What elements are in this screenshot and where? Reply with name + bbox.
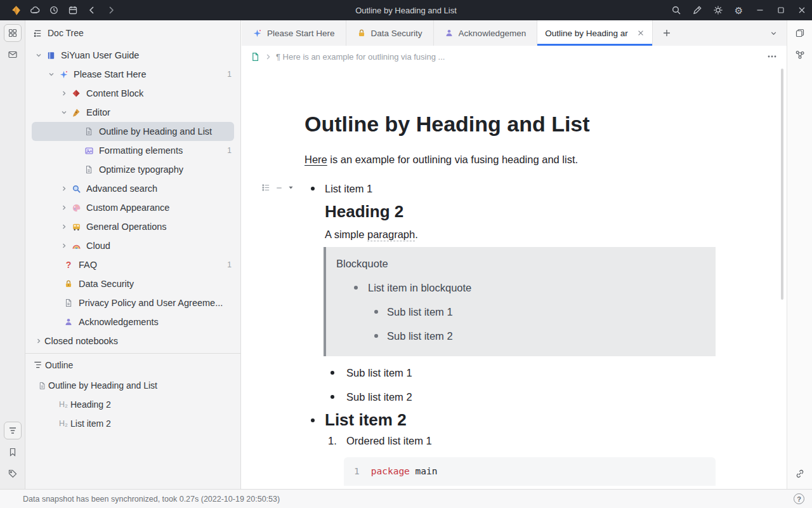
outline-item-heading2[interactable]: H₂ Heading 2 [25,395,240,414]
close-icon[interactable] [791,0,812,20]
heading-2[interactable]: Heading 2 [325,204,716,219]
collapse-caret-icon[interactable] [287,184,294,191]
help-button[interactable]: ? [794,493,804,504]
list-type-icon[interactable] [261,183,271,192]
breadcrumb-segment[interactable]: ¶ Here is an example for outlining via f… [276,52,445,62]
doc-title[interactable]: Outline by Heading and List [304,112,716,137]
list-bullet [374,334,378,338]
chevron-down-icon[interactable] [33,50,44,60]
item-count: 1 [227,146,232,155]
item-count: 1 [227,260,232,269]
workspace-grid-icon[interactable] [4,24,22,42]
drag-handle-icon[interactable] [275,184,283,192]
code-line: package main [371,465,438,478]
chevron-right-icon[interactable] [58,184,70,194]
outline-item-doc[interactable]: Outline by Heading and List [25,376,240,395]
list-item-text[interactable]: List item 2 [325,410,716,431]
tree-item-label: Closed notebooks [44,336,232,346]
list-bullet [331,395,334,399]
tree-item-data-security[interactable]: Data Security [25,274,240,293]
list-item-text[interactable]: List item 1 [325,181,716,196]
forward-icon[interactable] [102,0,121,20]
tab-acknowledgements[interactable]: Acknowledgemen [434,20,538,46]
bookmark-dock-icon[interactable] [4,443,22,461]
tree-item-closed-notebooks[interactable]: Closed notebooks [25,331,240,351]
theme-icon[interactable] [707,0,728,20]
link-here[interactable]: Here [304,154,327,165]
chevron-right-icon[interactable] [58,241,70,251]
outline-header[interactable]: Outline [25,353,240,376]
intro-paragraph[interactable]: Here is an example for outlining via fus… [304,152,716,167]
tree-item-editor[interactable]: Editor [25,103,240,122]
chevron-down-icon[interactable] [46,69,57,79]
tab-close-icon[interactable] [637,29,645,37]
ordered-list-item[interactable]: 1. Ordered list item 1 [325,433,716,448]
tree-item-custom-appearance[interactable]: Custom Appearance [25,198,240,217]
plus-icon [662,29,671,37]
tree-item-privacy-policy[interactable]: Privacy Policy and User Agreeme... [25,293,240,312]
back-icon[interactable] [82,0,102,20]
backlink-icon[interactable] [791,465,809,483]
siyuan-logo[interactable] [6,0,25,20]
tree-item-faq[interactable]: ? FAQ 1 [25,255,240,274]
scrollbar-thumb[interactable] [781,69,783,300]
breadcrumb-more-button[interactable] [766,52,778,61]
tree-item-acknowledgements[interactable]: Acknowledgements [25,312,240,331]
blockquote-sub-item-2[interactable]: Sub list item 2 [336,328,705,344]
para-ref[interactable]: paragraph [367,229,415,241]
code-block[interactable]: 1 package main [344,457,716,486]
blockquote: Blockquote List item in blockquote Sub l… [324,247,716,356]
outline-item-list-item2[interactable]: H₂ List item 2 [25,414,240,433]
tab-list-menu-button[interactable] [760,20,787,46]
sub-list-item-2[interactable]: Sub list item 2 [325,389,716,404]
list-item-1[interactable]: List item 1 Heading 2 A simple paragraph… [304,181,716,404]
tree-item-advanced-search[interactable]: Advanced search [25,179,240,198]
cloud-icon[interactable] [25,0,44,20]
tree-item-outline-by-heading-and-list[interactable]: Outline by Heading and List [32,122,234,141]
blockquote-sub-item-1[interactable]: Sub list item 1 [336,304,705,319]
tree-item-formatting-elements[interactable]: Formatting elements 1 [25,141,240,160]
ordered-list-number: 1. [328,433,337,448]
minimize-icon[interactable] [749,0,770,20]
tree-item-please-start-here[interactable]: Please Start Here 1 [25,65,240,84]
outline-dock-icon[interactable] [4,422,22,439]
chevron-right-icon[interactable] [58,203,70,213]
tree-item-optimize-typography[interactable]: Optimize typography [25,160,240,179]
tree-item-label: Outline by Heading and List [99,126,230,137]
new-tab-button[interactable] [653,20,681,46]
blockquote-label[interactable]: Blockquote [336,256,705,271]
inbox-icon[interactable] [4,46,22,64]
tree-item-cloud[interactable]: Cloud [25,236,240,255]
tab-outline-by-heading-and-list[interactable]: Outline by Heading ar [537,20,653,46]
chevron-right-icon[interactable] [33,336,44,346]
list-item-2[interactable]: List item 2 1. Ordered list item 1 1 pac… [304,410,716,486]
tag-dock-icon[interactable] [4,465,22,483]
right-dock [787,20,812,489]
tree-item-label: FAQ [79,260,222,270]
daily-note-icon[interactable] [63,0,82,20]
tab-please-start-here[interactable]: Please Start Here [242,20,346,46]
settings-gear-icon[interactable]: ⚙ [728,0,749,20]
chevron-right-icon[interactable] [58,222,70,232]
simple-paragraph[interactable]: A simple paragraph. [325,227,716,242]
tree-item-label: Optimize typography [99,164,232,175]
tree-item-general-operations[interactable]: General Operations [25,217,240,236]
tree-item-content-block[interactable]: Content Block [25,84,240,103]
search-icon[interactable] [665,0,686,20]
maximize-icon[interactable] [770,0,791,20]
sub-list-item-1[interactable]: Sub list item 1 [325,365,716,380]
chevron-down-icon[interactable] [58,107,70,117]
blockquote-list-item[interactable]: List item in blockquote [336,280,705,295]
history-icon[interactable] [44,0,63,20]
chevron-right-icon[interactable] [58,88,70,98]
tree-item-notebook[interactable]: SiYuan User Guide [25,46,240,65]
edit-mode-icon[interactable] [686,0,707,20]
chevron-down-icon [769,29,778,37]
flashcard-icon[interactable] [791,24,809,42]
graph-icon[interactable] [791,46,809,64]
doc-tree-header[interactable]: Doc Tree [25,20,240,46]
tab-bar: Please Start Here Data Security Acknowle… [242,20,787,46]
palette-icon [70,202,82,213]
tab-data-security[interactable]: Data Security [346,20,434,46]
left-dock-bottom [0,418,25,486]
